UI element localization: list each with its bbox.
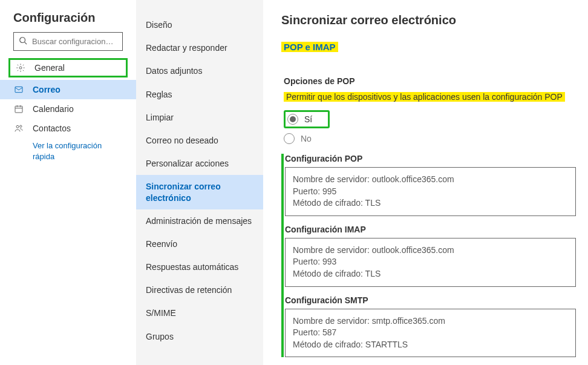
nav-correo[interactable]: Correo [0,80,136,99]
nav-correo-label: Correo [33,85,60,94]
gear-icon [15,63,26,73]
radio-no-label: No [301,134,312,143]
conf-pop-box: Nombre de servidor: outlook.office365.co… [285,167,576,216]
people-icon [13,123,24,133]
svg-point-0 [20,38,25,43]
settings-subnav: Diseño Redactar y responder Datos adjunt… [136,0,263,365]
nav-calendario-label: Calendario [33,104,74,114]
conf-smtp-box: Nombre de servidor: smtp.office365.com P… [285,309,576,358]
search-icon [19,36,27,47]
page-title: Configuración [0,0,136,32]
conf-imap-box: Nombre de servidor: outlook.office365.co… [285,238,576,287]
mid-smime[interactable]: S/MIME [136,301,263,324]
svg-point-2 [19,67,22,69]
pop-imap-heading: POP e IMAP [281,42,338,52]
mid-respuestas[interactable]: Respuestas automáticas [136,255,263,278]
search-input[interactable] [32,37,117,46]
mid-reglas[interactable]: Reglas [136,83,263,106]
search-box[interactable] [13,32,123,51]
mid-directivas[interactable]: Directivas de retención [136,278,263,301]
mid-reenvio[interactable]: Reenvío [136,232,263,255]
mid-limpiar[interactable]: Limpiar [136,106,263,129]
radio-no[interactable]: No [284,133,576,144]
conf-pop-title: Configuración POP [285,154,576,163]
svg-point-8 [16,125,19,128]
mid-redactar[interactable]: Redactar y responder [136,36,263,59]
svg-point-9 [20,125,22,127]
conf-smtp-title: Configuración SMTP [285,295,576,305]
pop-allow-text: Permitir que los dispositivos y las apli… [284,92,565,102]
mid-grupos[interactable]: Grupos [136,325,263,348]
mid-nodeseado[interactable]: Correo no deseado [136,129,263,152]
mid-personalizar[interactable]: Personalizar acciones [136,152,263,175]
svg-line-1 [25,42,27,45]
quick-settings-link[interactable]: Ver la configuración rápida [0,138,109,162]
nav-calendario[interactable]: Calendario [0,99,136,119]
svg-rect-3 [15,87,22,92]
pop-options-heading: Opciones de POP [281,76,576,86]
mid-diseno[interactable]: Diseño [136,13,263,36]
mid-admin-mensajes[interactable]: Administración de mensajes [136,209,263,232]
nav-general-label: General [34,63,65,73]
mail-icon [13,85,24,94]
conf-imap-title: Configuración IMAP [285,225,576,234]
radio-no-dot [284,133,295,144]
content-title: Sincronizar correo electrónico [281,13,576,27]
nav-contactos[interactable]: Contactos [0,119,136,138]
nav-general[interactable]: General [8,58,128,77]
highlight-bar [281,154,284,357]
radio-yes-label: Sí [304,114,312,124]
mid-adjuntos[interactable]: Datos adjuntos [136,59,263,82]
nav-contactos-label: Contactos [33,123,71,133]
svg-rect-4 [15,106,22,113]
mid-sincronizar[interactable]: Sincronizar correo electrónico [136,175,263,209]
radio-yes[interactable]: Sí [284,110,330,128]
radio-yes-dot [287,114,298,125]
calendar-icon [13,104,24,114]
